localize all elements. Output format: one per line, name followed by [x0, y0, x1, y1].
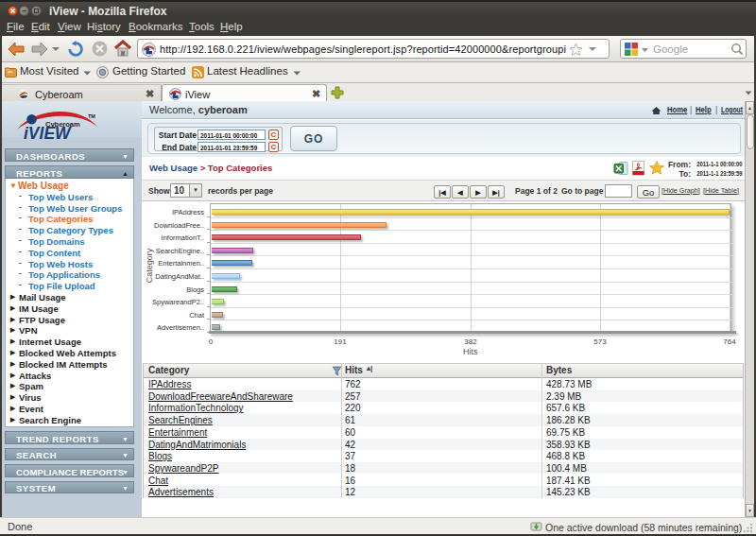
svg-text:iVIEW: iVIEW — [24, 124, 72, 143]
svg-text:TM: TM — [88, 113, 95, 119]
